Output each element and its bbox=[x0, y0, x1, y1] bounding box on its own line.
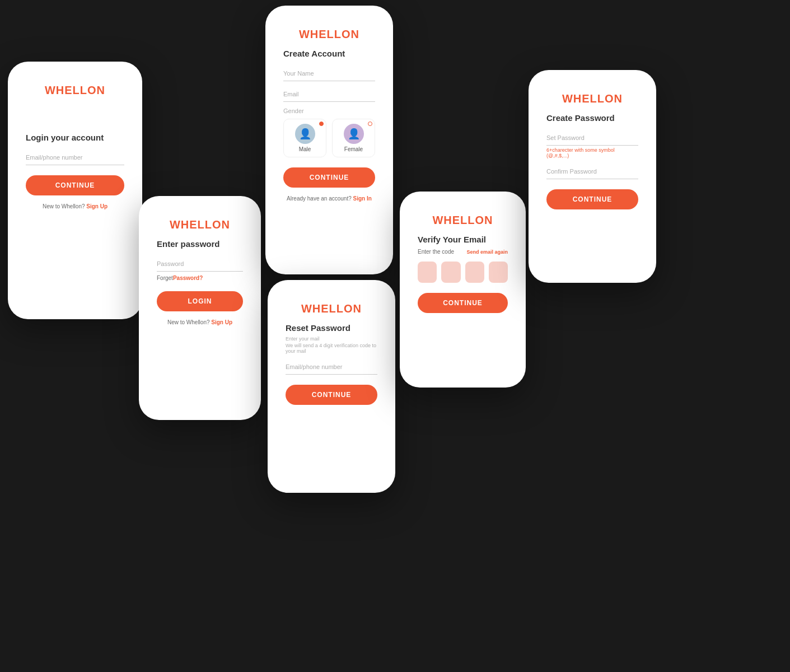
password-signup-link[interactable]: Sign Up bbox=[211, 319, 232, 325]
create-account-continue-button[interactable]: CONTINUE bbox=[283, 167, 375, 188]
password-error: 6+charecter with some symbol (@,#,$,...) bbox=[546, 147, 638, 158]
set-password-input[interactable] bbox=[546, 130, 638, 146]
create-email-input[interactable] bbox=[283, 87, 375, 102]
reset-continue-button[interactable]: CONTINUE bbox=[286, 385, 377, 405]
otp-box-1[interactable] bbox=[418, 262, 437, 283]
gender-male-card[interactable]: 👤 Male bbox=[283, 119, 326, 157]
send-again-link[interactable]: Send email again bbox=[466, 249, 508, 255]
reset-description: We will send a 4 digit verification code… bbox=[286, 343, 377, 354]
verify-continue-button[interactable]: CONTINUE bbox=[418, 293, 508, 313]
gender-label: Gender bbox=[283, 108, 304, 114]
create-name-input[interactable] bbox=[283, 66, 375, 81]
male-avatar: 👤 bbox=[295, 124, 315, 144]
otp-row bbox=[418, 262, 508, 283]
verify-row: Enter the code Send email again bbox=[418, 249, 508, 255]
create-account-footer: Already have an account? Sign In bbox=[287, 195, 372, 202]
verify-title: Verify Your Email bbox=[418, 235, 486, 244]
login-button[interactable]: LOGIN bbox=[157, 291, 243, 311]
female-avatar: 👤 bbox=[344, 124, 364, 144]
gender-male-radio bbox=[319, 122, 324, 126]
reset-brand: WHELLON bbox=[301, 302, 362, 315]
otp-box-2[interactable] bbox=[441, 262, 460, 283]
login-footer: New to Whellon? Sign Up bbox=[43, 203, 107, 209]
enter-code-label: Enter the code bbox=[418, 249, 454, 255]
otp-box-4[interactable] bbox=[489, 262, 508, 283]
login-title: Login your account bbox=[26, 133, 104, 142]
phone-create-password: WHELLON Create Password 6+charecter with… bbox=[529, 70, 656, 283]
gender-row: 👤 Male 👤 Female bbox=[283, 119, 375, 157]
signin-link[interactable]: Sign In bbox=[353, 195, 372, 202]
password-title: Enter password bbox=[157, 239, 220, 249]
create-account-title: Create Account bbox=[283, 49, 345, 58]
create-password-title: Create Password bbox=[546, 113, 615, 123]
reset-title: Reset Password bbox=[286, 323, 350, 333]
female-label: Female bbox=[344, 146, 363, 152]
phone-create-account: WHELLON Create Account Gender 👤 Male 👤 F… bbox=[265, 6, 393, 274]
forget-link[interactable]: Password? bbox=[173, 275, 203, 281]
create-password-continue-button[interactable]: CONTINUE bbox=[546, 189, 638, 209]
verify-brand: WHELLON bbox=[432, 214, 493, 227]
login-email-input[interactable] bbox=[26, 150, 124, 165]
phone-login: WHELLON Login your account CONTINUE New … bbox=[8, 62, 142, 319]
phone-password: WHELLON Enter password Forget Password? … bbox=[139, 196, 261, 420]
login-signup-link[interactable]: Sign Up bbox=[86, 203, 107, 209]
create-account-brand: WHELLON bbox=[299, 28, 359, 41]
create-password-brand: WHELLON bbox=[562, 92, 623, 105]
reset-subtitle: Enter your mail bbox=[286, 336, 320, 342]
phone-reset: WHELLON Reset Password Enter your mail W… bbox=[268, 280, 395, 493]
login-brand: WHELLON bbox=[45, 84, 105, 97]
confirm-password-input[interactable] bbox=[546, 164, 638, 179]
forget-row: Forget Password? bbox=[157, 275, 243, 281]
gender-female-radio bbox=[368, 122, 372, 126]
password-brand: WHELLON bbox=[170, 218, 230, 231]
otp-box-3[interactable] bbox=[465, 262, 484, 283]
male-label: Male bbox=[299, 146, 311, 152]
reset-email-input[interactable] bbox=[286, 360, 377, 375]
login-continue-button[interactable]: CONTINUE bbox=[26, 175, 124, 195]
phone-verify: WHELLON Verify Your Email Enter the code… bbox=[400, 192, 526, 388]
password-input[interactable] bbox=[157, 256, 243, 272]
password-footer: New to Whellon? Sign Up bbox=[167, 319, 232, 325]
gender-female-card[interactable]: 👤 Female bbox=[332, 119, 375, 157]
